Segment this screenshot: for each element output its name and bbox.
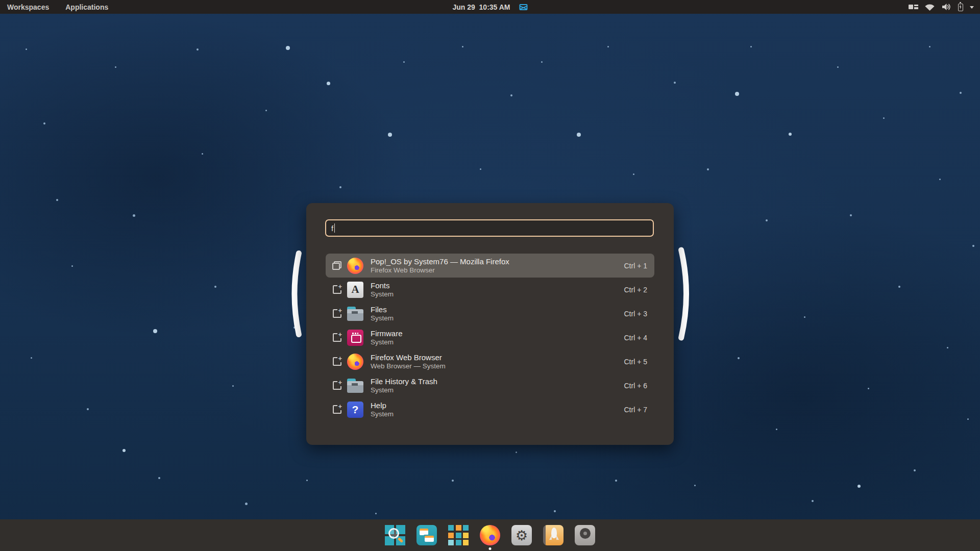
system-status-area[interactable] <box>909 0 980 14</box>
dock-item-pop-shop[interactable] <box>543 525 564 545</box>
result-subtitle: System <box>371 386 437 394</box>
files-icon <box>347 378 363 394</box>
launcher-result-row[interactable]: Help System Ctrl + 7 <box>326 397 654 421</box>
result-title: Help <box>371 401 394 410</box>
dock-item-applications[interactable] <box>448 525 469 545</box>
wifi-icon[interactable] <box>925 4 935 11</box>
launch-new-icon <box>332 309 342 319</box>
result-title: File History & Trash <box>371 377 437 386</box>
launch-new-icon <box>332 381 342 391</box>
envelope-icon <box>520 4 528 10</box>
switch-window-icon <box>332 261 342 271</box>
result-shortcut: Ctrl + 5 <box>624 358 647 366</box>
launcher-result-row[interactable]: Firefox Web Browser Web Browser — System… <box>326 349 654 373</box>
fonts-icon <box>347 282 363 298</box>
launcher-result-row[interactable]: Files System Ctrl + 3 <box>326 302 654 325</box>
dock-item-settings[interactable] <box>511 525 532 545</box>
search-input[interactable]: f <box>325 219 654 237</box>
result-shortcut: Ctrl + 6 <box>624 382 647 390</box>
result-subtitle: Web Browser — System <box>371 362 446 370</box>
panel-menus: WorkspacesApplications <box>0 3 108 11</box>
launch-new-icon <box>332 333 342 343</box>
help-icon <box>347 402 363 418</box>
dock-item-launcher[interactable] <box>385 525 405 545</box>
launcher-result-row[interactable]: Fonts System Ctrl + 2 <box>326 278 654 302</box>
result-shortcut: Ctrl + 3 <box>624 310 647 318</box>
dock-item-firefox[interactable] <box>480 525 500 545</box>
files-icon <box>347 306 363 322</box>
result-subtitle: System <box>371 314 394 322</box>
dock-item-disks[interactable] <box>575 525 595 545</box>
launch-new-icon <box>332 405 342 415</box>
volume-icon[interactable] <box>941 3 951 11</box>
result-subtitle: Firefox Web Browser <box>371 266 509 274</box>
launcher-result-row[interactable]: Pop!_OS by System76 — Mozilla Firefox Fi… <box>326 254 654 278</box>
result-shortcut: Ctrl + 1 <box>624 262 647 270</box>
clock-button[interactable]: Jun 29 10:35 AM <box>452 0 527 14</box>
chevron-down-icon[interactable] <box>970 6 974 9</box>
launcher-result-row[interactable]: File History & Trash System Ctrl + 6 <box>326 373 654 397</box>
launcher-dialog: f Pop!_OS by System76 — Mozilla Firefox … <box>306 203 674 445</box>
result-title: Firmware <box>371 329 403 338</box>
dock-item-workspaces[interactable] <box>416 525 437 545</box>
battery-icon[interactable] <box>958 4 963 11</box>
top-panel: WorkspacesApplications Jun 29 10:35 AM <box>0 0 980 14</box>
search-query-text: f <box>331 224 333 233</box>
search-results-list: Pop!_OS by System76 — Mozilla Firefox Fi… <box>326 254 654 421</box>
launch-new-icon <box>332 357 342 367</box>
tiling-indicator-icon[interactable] <box>909 5 918 9</box>
panel-menu-applications[interactable]: Applications <box>65 3 108 11</box>
result-shortcut: Ctrl + 4 <box>624 334 647 342</box>
firefox-icon <box>347 258 363 274</box>
result-title: Pop!_OS by System76 — Mozilla Firefox <box>371 257 509 266</box>
dock <box>0 519 980 551</box>
panel-menu-workspaces[interactable]: Workspaces <box>7 3 49 11</box>
result-subtitle: System <box>371 410 394 418</box>
firmware-icon <box>347 330 363 346</box>
launch-new-icon <box>332 285 342 295</box>
running-indicator <box>489 547 492 550</box>
result-title: Fonts <box>371 281 394 290</box>
desktop: WorkspacesApplications Jun 29 10:35 AM f <box>0 0 980 551</box>
launcher-result-row[interactable]: Firmware System Ctrl + 4 <box>326 325 654 349</box>
result-title: Files <box>371 305 394 314</box>
result-shortcut: Ctrl + 7 <box>624 406 647 414</box>
result-shortcut: Ctrl + 2 <box>624 286 647 294</box>
result-subtitle: System <box>371 338 403 346</box>
result-subtitle: System <box>371 290 394 298</box>
clock-label: Jun 29 10:35 AM <box>452 3 510 11</box>
firefox-icon <box>347 354 363 370</box>
result-title: Firefox Web Browser <box>371 353 446 362</box>
